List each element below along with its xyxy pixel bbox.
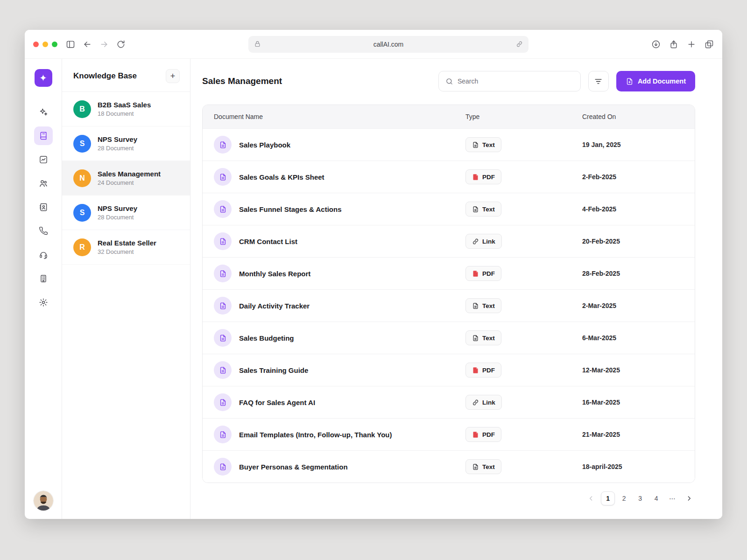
type-badge: PDF <box>465 266 501 281</box>
knowledge-base-initial-badge: N <box>73 169 91 187</box>
rail-item-settings[interactable] <box>34 293 53 312</box>
document-name: Sales Goals & KPIs Sheet <box>239 173 324 181</box>
column-header-created-on: Created On <box>582 113 684 120</box>
type-badge: PDF <box>465 363 501 378</box>
document-icon-badge <box>214 200 232 218</box>
page-number-button[interactable]: 3 <box>633 491 647 505</box>
document-icon-badge <box>214 393 232 411</box>
add-knowledge-base-button[interactable]: + <box>166 69 180 83</box>
rail-item-knowledge-base[interactable] <box>34 126 53 145</box>
search-icon <box>445 77 453 85</box>
knowledge-base-name: NPS Survey <box>98 135 137 143</box>
page-number-button[interactable]: 1 <box>601 491 615 505</box>
knowledge-base-item[interactable]: B B2B SaaS Sales 18 Document <box>62 92 190 126</box>
traffic-lights <box>33 42 57 47</box>
rail-item-calls[interactable] <box>34 222 53 240</box>
pagination: 1 2 3 4 ⋯ <box>202 490 695 507</box>
table-row[interactable]: FAQ for Sales Agent AI Link 16-M <box>203 386 695 418</box>
knowledge-base-item[interactable]: S NPS Survey 28 Document <box>62 126 190 161</box>
document-icon <box>219 431 227 439</box>
table-row[interactable]: Sales Goals & KPIs Sheet PDF 2-F <box>203 161 695 193</box>
knowledge-base-item[interactable]: N Sales Management 24 Document <box>62 161 190 196</box>
analytics-icon <box>39 155 48 164</box>
copy-link-icon[interactable] <box>516 41 523 48</box>
pdf-file-icon <box>472 270 479 277</box>
table-row[interactable]: Sales Budgeting Text 6-Mar-2025 <box>203 322 695 354</box>
document-icon <box>219 399 227 406</box>
zoom-button[interactable] <box>52 42 57 47</box>
knowledge-base-item[interactable]: R Real Estate Seller 32 Document <box>62 230 190 265</box>
knowledge-base-initial-badge: S <box>73 204 91 222</box>
tab-overview-icon[interactable] <box>705 40 714 49</box>
type-badge: Text <box>465 330 501 345</box>
document-name: Email Templates (Intro, Follow-up, Thank… <box>239 431 392 439</box>
address-bar[interactable]: callAI.com <box>248 36 529 53</box>
knowledge-base-sidebar: Knowledge Base + B B2B SaaS Sales 18 Doc… <box>62 59 190 519</box>
document-icon <box>219 463 227 471</box>
table-row[interactable]: Sales Training Guide PDF 12-Mar- <box>203 354 695 386</box>
type-label: Text <box>482 302 495 309</box>
table-row[interactable]: CRM Contact List Link 20-Feb-202 <box>203 225 695 257</box>
document-icon <box>219 205 227 213</box>
page-number-button[interactable]: ⋯ <box>665 491 679 505</box>
reload-icon[interactable] <box>116 40 126 49</box>
next-page-button[interactable] <box>683 492 695 504</box>
knowledge-base-doc-count: 28 Document <box>98 214 137 221</box>
type-label: PDF <box>482 367 495 374</box>
knowledge-base-doc-count: 18 Document <box>98 110 151 117</box>
created-on-date: 12-Mar-2025 <box>582 366 620 374</box>
add-document-button[interactable]: Add Document <box>616 71 695 91</box>
main-content: Sales Management Add Document Document N… <box>190 59 722 519</box>
app-logo[interactable]: ✦ <box>35 69 52 87</box>
filter-button[interactable] <box>588 71 609 91</box>
table-row[interactable]: Buyer Personas & Segmentation Text <box>203 450 695 483</box>
document-icon-badge <box>214 458 232 476</box>
created-on-date: 19 Jan, 2025 <box>582 141 621 148</box>
browser-window: callAI.com ✦ <box>25 30 722 519</box>
table-row[interactable]: Daily Activity Tracker Text 2-Ma <box>203 289 695 322</box>
document-name: Sales Budgeting <box>239 334 294 342</box>
address-book-icon <box>39 203 48 212</box>
page-number-button[interactable]: 4 <box>649 491 663 505</box>
sidebar-toggle-icon[interactable] <box>66 40 75 49</box>
sidebar-title: Knowledge Base <box>73 71 137 81</box>
knowledge-base-doc-count: 28 Document <box>98 145 137 152</box>
new-tab-icon[interactable] <box>687 40 696 49</box>
rail-item-support[interactable] <box>34 245 53 264</box>
rail-item-contacts[interactable] <box>34 174 53 193</box>
close-button[interactable] <box>33 42 39 47</box>
table-row[interactable]: Email Templates (Intro, Follow-up, Thank… <box>203 418 695 450</box>
rail-item-company[interactable] <box>34 269 53 288</box>
table-row[interactable]: Sales Playbook Text 19 Jan, 2025 <box>203 128 695 161</box>
type-label: Link <box>482 238 495 245</box>
document-name: Daily Activity Tracker <box>239 302 310 310</box>
back-icon[interactable] <box>83 40 92 49</box>
share-icon[interactable] <box>669 40 678 49</box>
table-row[interactable]: Sales Funnel Stages & Actions Text <box>203 193 695 225</box>
icon-rail: ✦ <box>25 59 62 519</box>
rail-item-address-book[interactable] <box>34 198 53 217</box>
gear-icon <box>39 298 48 307</box>
downloads-icon[interactable] <box>651 40 661 49</box>
document-icon <box>219 173 227 181</box>
document-name: FAQ for Sales Agent AI <box>239 399 315 406</box>
user-avatar[interactable] <box>34 491 53 511</box>
pdf-file-icon <box>472 367 479 374</box>
knowledge-base-doc-count: 32 Document <box>98 248 156 255</box>
rail-item-ai-assistant[interactable] <box>34 103 53 121</box>
previous-page-button[interactable] <box>585 492 597 504</box>
search-input[interactable] <box>458 77 574 85</box>
url-text: callAI.com <box>265 41 512 48</box>
rail-item-analytics[interactable] <box>34 150 53 169</box>
page-number-button[interactable]: 2 <box>617 491 631 505</box>
forward-icon[interactable] <box>99 40 109 49</box>
minimize-button[interactable] <box>42 42 48 47</box>
document-icon <box>219 302 227 310</box>
phone-icon <box>39 226 48 236</box>
filter-icon <box>594 77 603 86</box>
document-name: Monthly Sales Report <box>239 270 310 278</box>
type-label: Text <box>482 206 495 213</box>
table-body: Sales Playbook Text 19 Jan, 2025 <box>203 128 695 483</box>
knowledge-base-item[interactable]: S NPS Survey 28 Document <box>62 196 190 230</box>
table-row[interactable]: Monthly Sales Report PDF 28-Feb- <box>203 257 695 289</box>
